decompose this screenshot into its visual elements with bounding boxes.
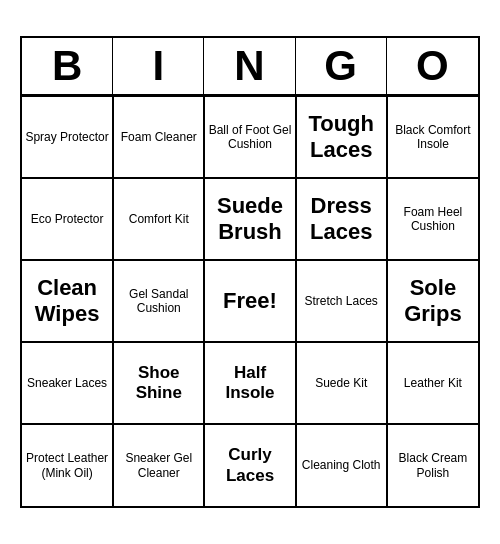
bingo-cell-14: Sole Grips [387,260,478,342]
bingo-letter-N: N [204,38,295,94]
bingo-letter-I: I [113,38,204,94]
bingo-cell-20: Protect Leather (Mink Oil) [22,424,113,506]
bingo-cell-1: Foam Cleaner [113,96,204,178]
bingo-cell-5: Eco Protector [22,178,113,260]
bingo-cell-17: Half Insole [204,342,295,424]
bingo-grid: Spray ProtectorFoam CleanerBall of Foot … [22,96,478,506]
bingo-cell-12: Free! [204,260,295,342]
bingo-cell-10: Clean Wipes [22,260,113,342]
bingo-cell-13: Stretch Laces [296,260,387,342]
bingo-cell-7: Suede Brush [204,178,295,260]
bingo-cell-22: Curly Laces [204,424,295,506]
bingo-cell-24: Black Cream Polish [387,424,478,506]
bingo-cell-8: Dress Laces [296,178,387,260]
bingo-cell-0: Spray Protector [22,96,113,178]
bingo-header: BINGO [22,38,478,96]
bingo-cell-4: Black Comfort Insole [387,96,478,178]
bingo-cell-6: Comfort Kit [113,178,204,260]
bingo-card: BINGO Spray ProtectorFoam CleanerBall of… [20,36,480,508]
bingo-cell-16: Shoe Shine [113,342,204,424]
bingo-cell-2: Ball of Foot Gel Cushion [204,96,295,178]
bingo-cell-21: Sneaker Gel Cleaner [113,424,204,506]
bingo-cell-15: Sneaker Laces [22,342,113,424]
bingo-cell-18: Suede Kit [296,342,387,424]
bingo-letter-G: G [296,38,387,94]
bingo-cell-9: Foam Heel Cushion [387,178,478,260]
bingo-cell-19: Leather Kit [387,342,478,424]
bingo-cell-3: Tough Laces [296,96,387,178]
bingo-letter-B: B [22,38,113,94]
bingo-cell-11: Gel Sandal Cushion [113,260,204,342]
bingo-letter-O: O [387,38,478,94]
bingo-cell-23: Cleaning Cloth [296,424,387,506]
